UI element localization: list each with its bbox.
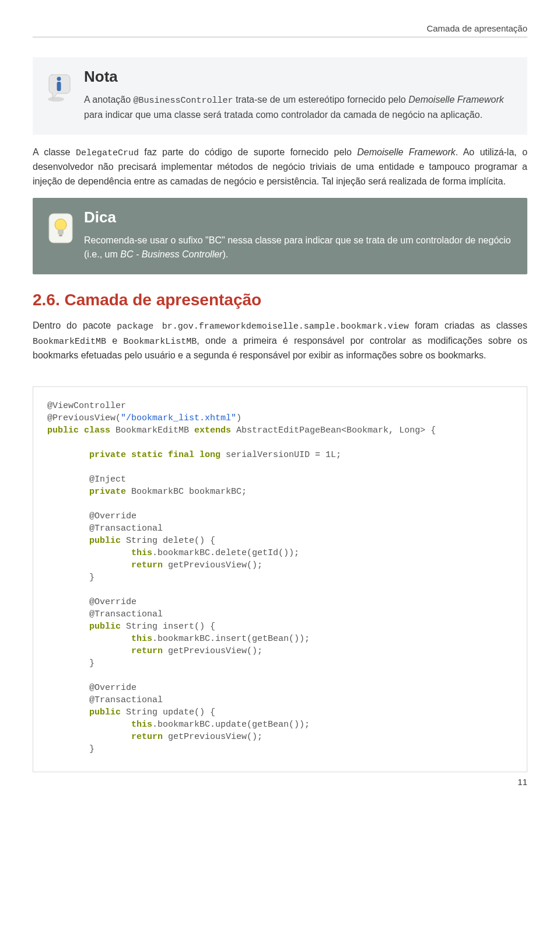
note-body: Nota A anotação @BusinessController trat… bbox=[84, 68, 513, 122]
inline-code: BookmarkEditMB bbox=[33, 337, 106, 347]
section-heading: 2.6. Camada de apresentação bbox=[33, 291, 527, 309]
italic-text: Demoiselle Framework bbox=[408, 95, 504, 104]
inline-code: @BusinessController bbox=[134, 96, 233, 106]
section-paragraph: Dentro do pacote package br.gov.framewor… bbox=[33, 319, 527, 362]
page-number: 11 bbox=[33, 777, 527, 787]
note-text: A anotação @BusinessController trata-se … bbox=[84, 93, 513, 122]
tip-title: Dica bbox=[84, 208, 513, 226]
note-callout: Nota A anotação @BusinessController trat… bbox=[33, 57, 527, 135]
info-icon bbox=[43, 68, 78, 107]
inline-code: BookmarkListMB bbox=[123, 337, 197, 347]
note-title: Nota bbox=[84, 68, 513, 86]
inline-code: DelegateCrud bbox=[76, 148, 139, 158]
tip-body: Dica Recomenda-se usar o sufixo "BC" nes… bbox=[84, 208, 513, 261]
italic-text: Demoiselle Framework bbox=[357, 147, 456, 157]
code-block: @ViewController @PreviousView("/bookmark… bbox=[33, 386, 527, 772]
running-header: Camada de apresentação bbox=[33, 23, 527, 33]
italic-text: BC - Business Controller bbox=[120, 249, 222, 259]
tip-text: Recomenda-se usar o sufixo "BC" nessa cl… bbox=[84, 233, 513, 261]
inline-code: package br.gov.frameworkdemoiselle.sampl… bbox=[117, 322, 409, 332]
svg-point-4 bbox=[55, 219, 66, 231]
svg-point-1 bbox=[57, 77, 61, 81]
lightbulb-icon bbox=[43, 208, 78, 248]
header-rule bbox=[33, 37, 527, 37]
body-paragraph: A classe DelegateCrud faz parte do códig… bbox=[33, 145, 527, 189]
svg-point-0 bbox=[48, 97, 64, 102]
page-container: Camada de apresentação Nota A anotação @… bbox=[0, 0, 560, 799]
svg-rect-5 bbox=[59, 235, 62, 236]
tip-callout: Dica Recomenda-se usar o sufixo "BC" nes… bbox=[33, 198, 527, 274]
svg-rect-2 bbox=[57, 82, 61, 91]
